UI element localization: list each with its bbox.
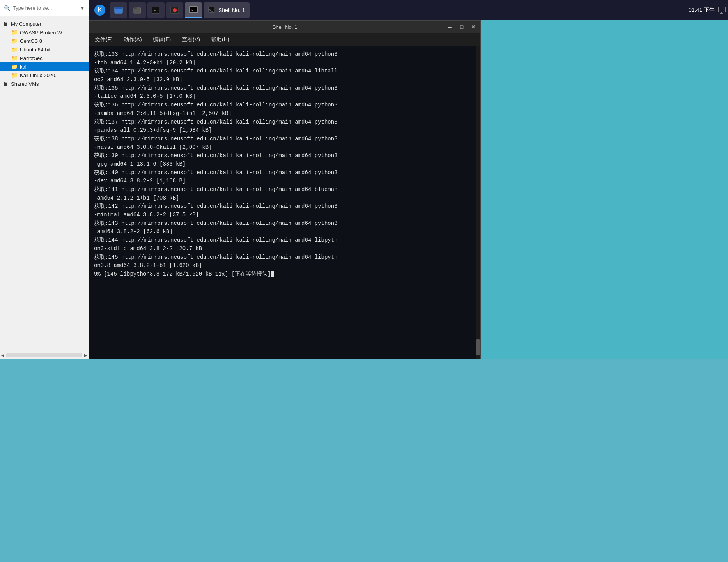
sidebar-item-shared-vms[interactable]: 🖥 Shared VMs — [0, 80, 89, 88]
taskbar-btn-files[interactable] — [129, 2, 146, 18]
kali-dragon-icon: K — [94, 4, 106, 16]
vm-icon: 📁 — [11, 72, 18, 78]
window-controls: – □ ✕ — [445, 22, 479, 32]
vm-icon: 📁 — [11, 64, 18, 70]
svg-text:>_: >_ — [209, 9, 213, 12]
taskbar-clock: 01:41 下午 — [689, 6, 726, 14]
terminal-title: Shell No. 1 — [273, 24, 298, 30]
shared-icon: 🖥 — [3, 81, 9, 87]
terminal-small-icon: >_ — [151, 5, 161, 15]
terminal-titlebar: Shell No. 1 – □ ✕ — [89, 21, 480, 33]
vm-icon: 📁 — [11, 29, 18, 35]
taskbar-shell-label: Shell No. 1 — [218, 7, 245, 13]
search-input[interactable] — [13, 5, 80, 11]
scroll-left-icon[interactable]: ◀ — [0, 353, 5, 357]
vm-icon: 📁 — [11, 46, 18, 53]
files-icon — [133, 5, 142, 15]
vm-manager-panel: 🔍 ▼ 🖥 My Computer 📁 OWASP Broken W 📁 Cen… — [0, 0, 89, 359]
sidebar-item-label: CentOS 8 — [20, 38, 42, 44]
record-icon — [170, 5, 179, 15]
active-terminal-icon: >_ — [189, 5, 198, 14]
computer-icon: 🖥 — [3, 21, 9, 27]
time-display: 01:41 下午 — [689, 7, 715, 14]
taskbar-btn-record[interactable] — [166, 2, 183, 18]
dropdown-arrow-icon[interactable]: ▼ — [80, 6, 85, 11]
sidebar-item-owasp[interactable]: 📁 OWASP Broken W — [0, 28, 89, 37]
sidebar-item-label: Kali-Linux-2020.1 — [20, 72, 59, 78]
search-icon: 🔍 — [4, 5, 11, 11]
taskbar: K >_ >_ > — [89, 0, 728, 20]
taskbar-btn-terminal-small[interactable]: >_ — [147, 2, 165, 18]
terminal-output: 获取:133 http://mirrors.neusoft.edu.cn/kal… — [94, 50, 476, 279]
menu-help[interactable]: 帮助(H) — [210, 35, 230, 45]
menu-view[interactable]: 查看(V) — [181, 35, 201, 45]
sidebar-item-kali-linux-2020[interactable]: 📁 Kali-Linux-2020.1 — [0, 71, 89, 80]
svg-text:>_: >_ — [154, 9, 158, 12]
svg-rect-3 — [115, 7, 122, 9]
screen-icon — [718, 6, 726, 14]
browser-icon — [114, 5, 123, 15]
svg-text:K: K — [98, 7, 102, 13]
sidebar-item-label: kali — [20, 64, 28, 70]
sidebar-item-label: My Computer — [11, 21, 41, 27]
svg-rect-4 — [134, 8, 141, 13]
sidebar-item-mycomputer[interactable]: 🖥 My Computer — [0, 19, 89, 28]
sidebar-item-label: Ubuntu 64-bit — [20, 47, 50, 53]
sidebar-item-kali[interactable]: 📁 kali — [0, 62, 89, 71]
svg-rect-14 — [718, 7, 725, 12]
sidebar-item-label: OWASP Broken W — [20, 30, 62, 35]
vm-tree: 🖥 My Computer 📁 OWASP Broken W 📁 CentOS … — [0, 16, 89, 352]
vm-icon: 📁 — [11, 55, 18, 61]
kali-logo-button[interactable]: K — [91, 2, 108, 18]
minimize-button[interactable]: – — [445, 22, 455, 32]
svg-rect-5 — [134, 7, 137, 9]
scroll-right-icon[interactable]: ▶ — [83, 353, 89, 357]
taskbar-btn-active-terminal[interactable]: >_ — [185, 2, 202, 18]
search-bar[interactable]: 🔍 ▼ — [0, 0, 89, 16]
sidebar-item-ubuntu[interactable]: 📁 Ubuntu 64-bit — [0, 45, 89, 54]
sidebar-item-label: ParrotSec — [20, 55, 43, 61]
terminal-window: Shell No. 1 – □ ✕ 文件(F) 动作(A) 编辑(E) 查看(V… — [89, 20, 481, 359]
sidebar-item-parrotsec[interactable]: 📁 ParrotSec — [0, 54, 89, 62]
bottom-background — [0, 359, 728, 562]
menu-action[interactable]: 动作(A) — [123, 35, 143, 45]
terminal-menubar: 文件(F) 动作(A) 编辑(E) 查看(V) 帮助(H) — [89, 33, 480, 46]
svg-point-9 — [173, 8, 177, 12]
vm-icon: 📁 — [11, 38, 18, 44]
horizontal-scrollbar[interactable]: ◀ ▶ — [0, 352, 89, 359]
menu-edit[interactable]: 编辑(E) — [152, 35, 172, 45]
svg-text:>_: >_ — [191, 8, 195, 12]
menu-file[interactable]: 文件(F) — [94, 35, 113, 45]
taskbar-btn-browser[interactable] — [110, 2, 127, 18]
terminal-scrollbar-thumb[interactable] — [476, 339, 480, 355]
terminal-scrollbar[interactable] — [476, 46, 480, 359]
maximize-button[interactable]: □ — [456, 22, 467, 32]
sidebar-item-centos[interactable]: 📁 CentOS 8 — [0, 37, 89, 45]
close-button[interactable]: ✕ — [468, 22, 479, 32]
taskbar-shell-btn[interactable]: >_ Shell No. 1 — [204, 2, 250, 18]
terminal-body[interactable]: 获取:133 http://mirrors.neusoft.edu.cn/kal… — [89, 46, 480, 359]
sidebar-item-label: Shared VMs — [11, 81, 39, 87]
terminal-taskbar-icon: >_ — [208, 7, 215, 14]
